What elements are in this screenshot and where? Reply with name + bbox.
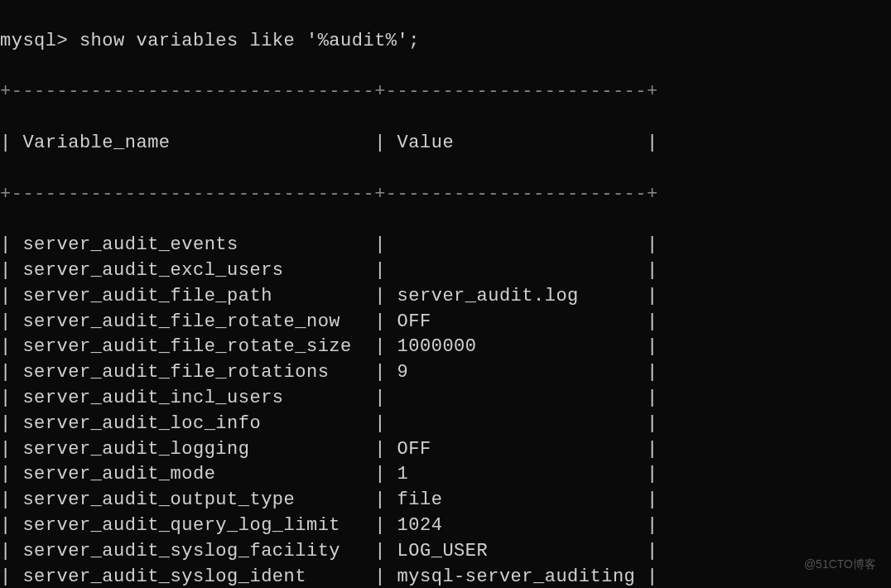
table-row: | server_audit_excl_users | | — [0, 258, 891, 284]
table-row: | server_audit_output_type | file | — [0, 488, 891, 513]
table-row: | server_audit_loc_info | | — [0, 412, 891, 437]
table-border-mid: +--------------------------------+------… — [0, 182, 891, 208]
table-row: | server_audit_file_rotate_size | 100000… — [0, 335, 891, 360]
table-row: | server_audit_file_rotations | 9 | — [0, 360, 891, 386]
table-border-top: +--------------------------------+------… — [0, 80, 891, 105]
table-row: | server_audit_events | | — [0, 233, 891, 258]
table-header-row: | Variable_name | Value | — [0, 131, 891, 157]
table-row: | server_audit_query_log_limit | 1024 | — [0, 513, 891, 539]
table-row: | server_audit_file_path | server_audit.… — [0, 284, 891, 310]
table-row: | server_audit_file_rotate_now | OFF | — [0, 310, 891, 335]
table-row: | server_audit_logging | OFF | — [0, 437, 891, 463]
table-row: | server_audit_syslog_ident | mysql-serv… — [0, 565, 891, 588]
sql-prompt-line: mysql> show variables like '%audit%'; — [0, 29, 891, 55]
watermark: @51CTO博客 — [804, 557, 876, 573]
table-row: | server_audit_incl_users | | — [0, 386, 891, 412]
table-row: | server_audit_mode | 1 | — [0, 462, 891, 488]
table-body: | server_audit_events | || server_audit_… — [0, 233, 891, 588]
terminal-output[interactable]: mysql> show variables like '%audit%'; +-… — [0, 3, 891, 588]
table-row: | server_audit_syslog_facility | LOG_USE… — [0, 539, 891, 565]
